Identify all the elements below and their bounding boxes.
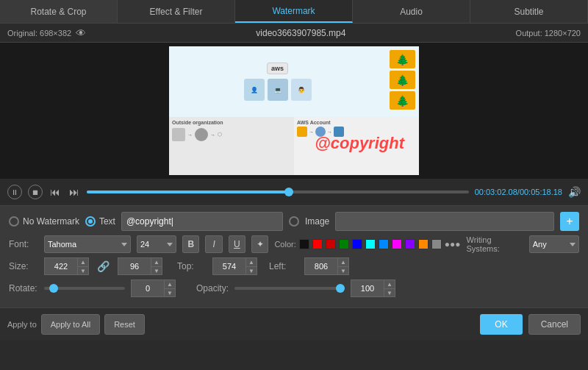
apply-to-all-button[interactable]: Apply to All: [41, 314, 100, 335]
color-swatch-green[interactable]: [339, 239, 349, 249]
width-up[interactable]: ▲: [77, 257, 89, 266]
opacity-input[interactable]: [351, 280, 384, 297]
color-swatch-black[interactable]: [299, 239, 309, 249]
tab-effect-filter[interactable]: Effect & Filter: [118, 0, 235, 23]
opacity-slider-container: [234, 287, 345, 290]
font-select[interactable]: Tahoma Arial Times New Roman: [44, 235, 131, 253]
text-watermark-radio-group[interactable]: Text: [85, 216, 115, 227]
color-swatch-magenta[interactable]: [392, 239, 402, 249]
no-watermark-radio-group[interactable]: No Watermark: [9, 216, 79, 227]
tab-subtitle[interactable]: Subtitle: [470, 0, 588, 23]
tab-rotate-crop[interactable]: Rotate & Crop: [0, 0, 118, 23]
pause-button[interactable]: ⏸: [7, 185, 22, 199]
apply-area: Apply to Apply to All Reset: [7, 314, 145, 335]
reset-button[interactable]: Reset: [104, 314, 145, 335]
italic-button[interactable]: I: [205, 235, 222, 253]
left-input[interactable]: [304, 257, 337, 275]
strikethrough-button[interactable]: ✦: [251, 235, 268, 253]
opacity-spinbox[interactable]: ▲ ▼: [351, 280, 395, 297]
color-swatch-purple[interactable]: [405, 239, 415, 249]
top-down[interactable]: ▼: [245, 266, 257, 275]
image-section: Image +: [289, 212, 579, 231]
opacity-label: Opacity:: [196, 283, 229, 293]
width-spinbox[interactable]: ▲ ▼: [44, 257, 89, 275]
skip-back-button[interactable]: ⏮: [49, 185, 62, 199]
rotate-label: Rotate:: [9, 283, 38, 293]
ok-button[interactable]: OK: [480, 314, 522, 335]
left-label: Left:: [269, 261, 298, 271]
controls-panel: No Watermark Text Image + Font: Tahoma A…: [0, 205, 588, 307]
writing-systems-label: Writing Systems:: [466, 235, 524, 253]
rotate-up[interactable]: ▲: [164, 280, 176, 288]
volume-icon[interactable]: 🔊: [568, 186, 581, 198]
more-colors-button[interactable]: ●●●: [445, 239, 461, 249]
rotate-slider-container: [44, 287, 125, 290]
font-size-select[interactable]: 24 12 18 36: [137, 235, 176, 253]
opacity-down[interactable]: ▼: [384, 288, 395, 297]
time-display: 00:03:02.08/00:05:18.18: [475, 188, 562, 196]
height-input[interactable]: [118, 257, 151, 275]
rotate-slider[interactable]: [44, 287, 125, 290]
size-row: Size: ▲ ▼ 🔗 ▲ ▼ Top: ▲ ▼ Left:: [9, 257, 579, 275]
left-up[interactable]: ▲: [337, 257, 349, 266]
left-down[interactable]: ▼: [337, 266, 349, 275]
width-input[interactable]: [44, 257, 77, 275]
top-input[interactable]: [212, 257, 245, 275]
text-watermark-label: Text: [99, 216, 115, 227]
playback-controls: ⏸ ⏹ ⏮ ⏭ 00:03:02.08/00:05:18.18 🔊: [0, 179, 588, 205]
image-watermark-label: Image: [305, 216, 329, 227]
color-section: Color: ●●●: [274, 239, 460, 249]
add-image-button[interactable]: +: [560, 212, 579, 231]
stop-button[interactable]: ⏹: [28, 185, 43, 199]
size-label: Size:: [9, 261, 38, 271]
eye-icon[interactable]: 👁: [76, 27, 86, 39]
color-swatch-blue1[interactable]: [352, 239, 362, 249]
rotate-down[interactable]: ▼: [164, 288, 176, 297]
skip-forward-button[interactable]: ⏭: [68, 185, 81, 199]
video-thumbnail: aws 👤 💻 👨 🌲 🌲 🌲 Outside o: [169, 46, 419, 175]
apply-to-label: Apply to: [7, 320, 37, 329]
watermark-text-input[interactable]: [121, 212, 283, 231]
original-size-label: Original: 698×382: [7, 29, 71, 38]
top-spinbox[interactable]: ▲ ▼: [212, 257, 257, 275]
watermark-preview-text: @copyright: [315, 134, 404, 153]
underline-button[interactable]: U: [229, 235, 245, 253]
color-swatch-blue2[interactable]: [379, 239, 389, 249]
left-spinbox[interactable]: ▲ ▼: [304, 257, 349, 275]
color-swatch-red1[interactable]: [312, 239, 323, 249]
cancel-button[interactable]: Cancel: [528, 314, 581, 335]
progress-track[interactable]: [87, 191, 469, 193]
height-spinbox[interactable]: ▲ ▼: [118, 257, 162, 275]
tab-bar: Rotate & Crop Effect & Filter Watermark …: [0, 0, 588, 24]
progress-thumb[interactable]: [284, 188, 293, 196]
font-row: Font: Tahoma Arial Times New Roman 24 12…: [9, 235, 579, 253]
rotate-input[interactable]: [131, 280, 164, 297]
top-label: Top:: [177, 261, 207, 271]
color-label: Color:: [274, 240, 295, 249]
height-up[interactable]: ▲: [151, 257, 162, 266]
no-watermark-label: No Watermark: [23, 216, 79, 227]
color-swatch-orange[interactable]: [418, 239, 429, 249]
progress-fill: [87, 191, 289, 193]
tab-watermark[interactable]: Watermark: [235, 0, 353, 23]
color-swatch-red2[interactable]: [326, 239, 336, 249]
watermark-type-row: No Watermark Text Image +: [9, 212, 579, 231]
no-watermark-radio[interactable]: [9, 216, 19, 227]
text-watermark-radio[interactable]: [85, 216, 96, 227]
color-swatch-gray[interactable]: [431, 239, 442, 249]
tab-audio[interactable]: Audio: [353, 0, 470, 23]
top-up[interactable]: ▲: [245, 257, 257, 266]
watermark-image-input[interactable]: [335, 212, 554, 231]
height-down[interactable]: ▼: [151, 266, 162, 275]
image-watermark-radio[interactable]: [289, 216, 299, 227]
writing-systems-select[interactable]: Any Latin CJK: [529, 235, 579, 253]
opacity-up[interactable]: ▲: [384, 280, 395, 288]
writing-systems-section: Writing Systems: Any Latin CJK: [466, 235, 579, 253]
bold-button[interactable]: B: [182, 235, 199, 253]
font-label: Font:: [9, 239, 38, 249]
width-down[interactable]: ▼: [77, 266, 89, 275]
rotate-spinbox[interactable]: ▲ ▼: [131, 280, 176, 297]
opacity-slider[interactable]: [234, 287, 345, 290]
link-dimensions-icon[interactable]: 🔗: [95, 260, 112, 272]
color-swatch-cyan[interactable]: [365, 239, 376, 249]
